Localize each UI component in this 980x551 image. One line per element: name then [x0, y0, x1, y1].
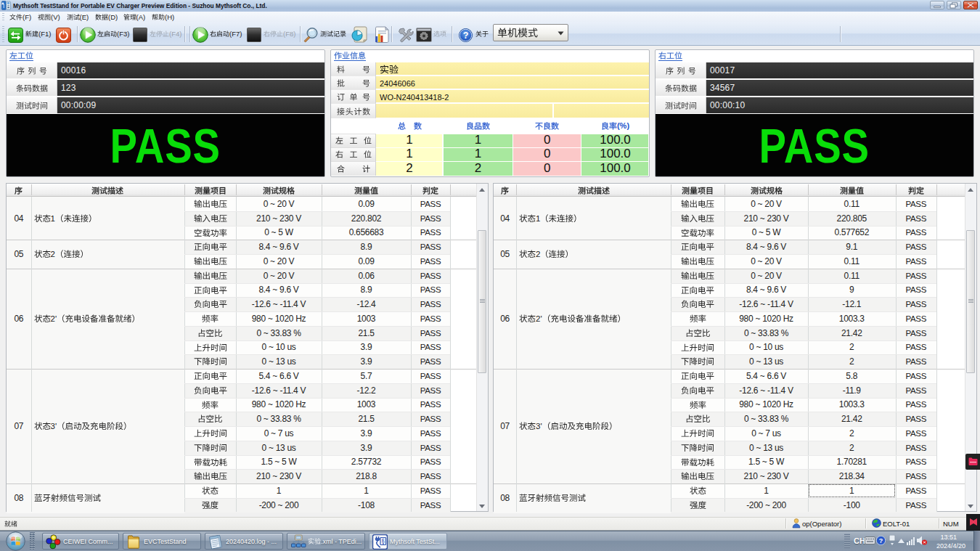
svg-text:?: ? — [463, 30, 469, 41]
svg-text:V: V — [382, 541, 385, 545]
svg-text:?: ? — [879, 537, 883, 544]
